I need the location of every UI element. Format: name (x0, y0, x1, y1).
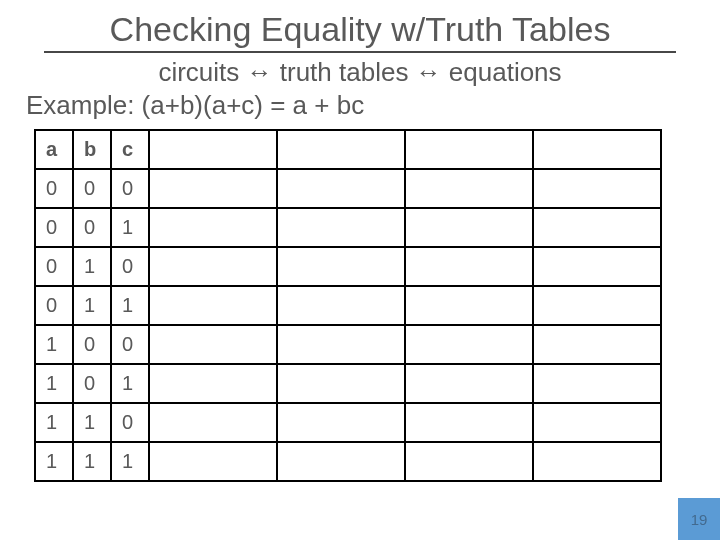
cell (277, 442, 405, 481)
cell (533, 442, 661, 481)
table-body: 0 0 0 0 0 1 0 1 0 (35, 169, 661, 481)
cell: 0 (111, 325, 149, 364)
cell: 0 (111, 169, 149, 208)
cell: 0 (35, 208, 73, 247)
col-header (405, 130, 533, 169)
table-row: 1 1 1 (35, 442, 661, 481)
truth-table: a b c 0 0 0 0 0 1 (34, 129, 662, 482)
cell (277, 208, 405, 247)
cell (533, 403, 661, 442)
example-text: Example: (a+b)(a+c) = a + bc (26, 90, 696, 121)
cell: 1 (73, 442, 111, 481)
cell (277, 286, 405, 325)
cell: 0 (73, 169, 111, 208)
slide-subtitle: circuits ↔ truth tables ↔ equations (24, 57, 696, 88)
cell (533, 208, 661, 247)
cell (277, 364, 405, 403)
cell (149, 364, 277, 403)
cell (405, 208, 533, 247)
table-row: 1 0 1 (35, 364, 661, 403)
cell (405, 286, 533, 325)
cell (149, 325, 277, 364)
table-row: 1 0 0 (35, 325, 661, 364)
cell: 1 (111, 208, 149, 247)
table-row: 0 1 0 (35, 247, 661, 286)
cell (405, 442, 533, 481)
cell (149, 286, 277, 325)
title-underline (44, 51, 676, 53)
page-number: 19 (678, 498, 720, 540)
cell (405, 169, 533, 208)
cell (149, 247, 277, 286)
col-header (533, 130, 661, 169)
cell (533, 286, 661, 325)
cell: 1 (111, 286, 149, 325)
cell (277, 325, 405, 364)
cell: 0 (35, 286, 73, 325)
col-header (149, 130, 277, 169)
cell: 1 (111, 442, 149, 481)
cell: 1 (35, 403, 73, 442)
cell (277, 169, 405, 208)
table-row: 0 1 1 (35, 286, 661, 325)
table-row: 1 1 0 (35, 403, 661, 442)
cell (277, 247, 405, 286)
table-header-row: a b c (35, 130, 661, 169)
cell: 1 (35, 325, 73, 364)
cell (533, 364, 661, 403)
cell: 1 (35, 442, 73, 481)
cell: 0 (35, 169, 73, 208)
cell: 1 (111, 364, 149, 403)
cell: 1 (73, 247, 111, 286)
slide: Checking Equality w/Truth Tables circuit… (0, 0, 720, 540)
cell (533, 325, 661, 364)
cell: 0 (35, 247, 73, 286)
cell (405, 364, 533, 403)
table-row: 0 0 0 (35, 169, 661, 208)
cell (149, 208, 277, 247)
cell: 1 (73, 403, 111, 442)
cell (149, 442, 277, 481)
cell: 0 (111, 247, 149, 286)
cell: 0 (111, 403, 149, 442)
slide-title: Checking Equality w/Truth Tables (24, 10, 696, 49)
col-header (277, 130, 405, 169)
table-row: 0 0 1 (35, 208, 661, 247)
cell (405, 325, 533, 364)
cell (277, 403, 405, 442)
cell (149, 403, 277, 442)
col-header: a (35, 130, 73, 169)
cell: 0 (73, 364, 111, 403)
cell: 0 (73, 208, 111, 247)
cell (149, 169, 277, 208)
cell: 1 (73, 286, 111, 325)
cell (533, 169, 661, 208)
cell (533, 247, 661, 286)
cell (405, 403, 533, 442)
cell: 1 (35, 364, 73, 403)
col-header: b (73, 130, 111, 169)
col-header: c (111, 130, 149, 169)
cell (405, 247, 533, 286)
cell: 0 (73, 325, 111, 364)
